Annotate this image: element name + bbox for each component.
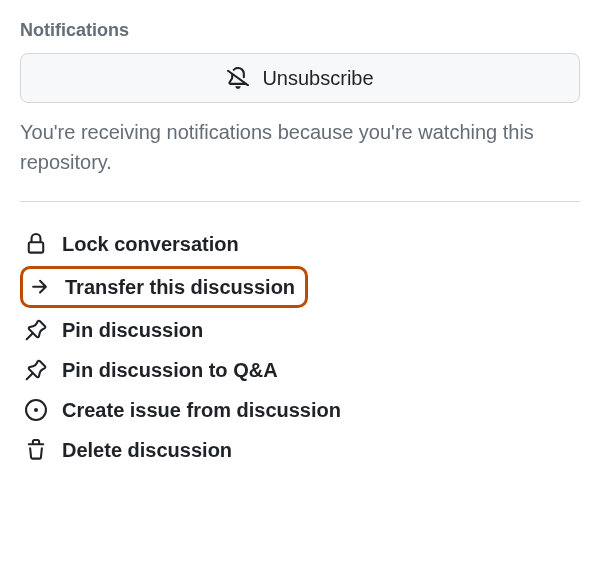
- arrow-right-icon: [27, 275, 51, 299]
- delete-discussion-label: Delete discussion: [62, 439, 232, 462]
- bell-slash-icon: [226, 66, 250, 90]
- pin-icon: [24, 318, 48, 342]
- pin-icon: [24, 358, 48, 382]
- pin-discussion-label: Pin discussion: [62, 319, 203, 342]
- transfer-discussion-label: Transfer this discussion: [65, 276, 295, 299]
- transfer-discussion-action[interactable]: Transfer this discussion: [20, 266, 308, 308]
- section-divider: [20, 201, 580, 202]
- lock-icon: [24, 232, 48, 256]
- action-list: Lock conversation Transfer this discussi…: [20, 224, 580, 470]
- pin-discussion-category-action[interactable]: Pin discussion to Q&A: [20, 350, 580, 390]
- trash-icon: [24, 438, 48, 462]
- delete-discussion-action[interactable]: Delete discussion: [20, 430, 580, 470]
- lock-conversation-action[interactable]: Lock conversation: [20, 224, 580, 264]
- lock-conversation-label: Lock conversation: [62, 233, 239, 256]
- create-issue-action[interactable]: Create issue from discussion: [20, 390, 580, 430]
- notifications-header: Notifications: [20, 20, 580, 41]
- issue-icon: [24, 398, 48, 422]
- unsubscribe-button[interactable]: Unsubscribe: [20, 53, 580, 103]
- create-issue-label: Create issue from discussion: [62, 399, 341, 422]
- unsubscribe-label: Unsubscribe: [262, 67, 373, 90]
- pin-discussion-action[interactable]: Pin discussion: [20, 310, 580, 350]
- notifications-description: You're receiving notifications because y…: [20, 117, 580, 177]
- pin-discussion-category-label: Pin discussion to Q&A: [62, 359, 278, 382]
